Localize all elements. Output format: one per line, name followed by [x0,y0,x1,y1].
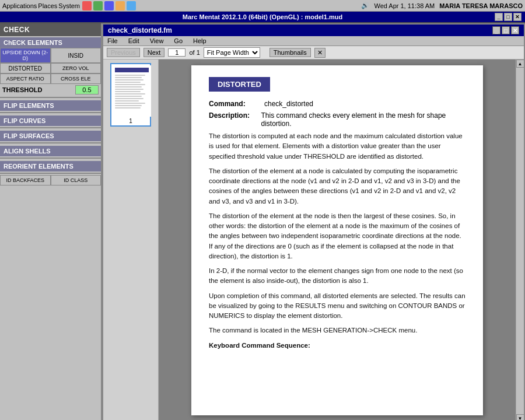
app-maximize-btn[interactable]: □ [504,13,512,21]
taskbar-system[interactable]: System [58,2,80,9]
sidebar-section-flip-surfaces: FLIP SURFACES [0,131,101,141]
taskbar-places[interactable]: Places [38,2,57,9]
pdf-keyboard-label: Keyboard Command Sequence: [209,341,466,351]
pdf-page-input[interactable] [168,48,186,57]
taskbar-time: Wed Apr 1, 11:38 AM [374,2,435,9]
pdf-para1: The distortion is computed at each node … [209,131,466,162]
thumb-number-1: 1 [113,118,149,124]
pdf-main-view: DISTORTED Command: check_distorted Descr… [159,60,516,420]
pdf-desc-value: This command checks every element in the… [261,111,466,128]
pdf-banner: DISTORTED [209,77,270,92]
thumbnail-page-1[interactable]: 1 [110,63,151,127]
pdf-restore-btn[interactable]: □ [502,26,510,34]
sidebar-section-check-elements: ChECK ELEMENTS [0,37,101,48]
pdf-thumbnails-btn[interactable]: Thumbnails [270,48,311,57]
btn-aspect-ratio[interactable]: ASPECT RATIO [0,74,51,84]
taskbar-icon-3[interactable] [104,1,114,10]
pdf-para4: In 2-D, if the normal vector to the elem… [209,266,466,286]
scroll-up-btn[interactable]: ▲ [516,60,524,68]
sidebar-section-align-shells: ALIGN SHELLS [0,146,101,156]
threshold-input[interactable] [75,85,99,94]
pdf-menu-view[interactable]: View [148,37,166,45]
pdf-fit-select[interactable]: Fit Page Width Fit Page 100% [204,47,260,58]
pdf-close-x[interactable]: ✕ [314,48,326,58]
taskbar-icon-firefox[interactable] [82,1,92,10]
taskbar-user: MARIA TERESA MARASCO [439,2,523,9]
pdf-thumbnails-panel: 1 [103,60,159,420]
pdf-desc-label: Description: [209,111,261,120]
taskbar-apps[interactable]: Applications [2,2,37,9]
btn-id-class[interactable]: ID CLASS [51,175,102,186]
pdf-para2: The distortion of the element at a node … [209,166,466,206]
btn-inside[interactable]: INSID [51,48,102,63]
sidebar-section-reorient: REORIENT ELEMENTS [0,161,101,172]
pdf-para3: The distortion of the element at the nod… [209,211,466,261]
app-close-btn[interactable]: ✕ [513,13,522,21]
btn-cross-ele[interactable]: CROSS ELE [51,74,102,84]
scroll-down-btn[interactable]: ▼ [516,414,524,420]
pdf-minimize-btn[interactable]: _ [492,26,501,34]
pdf-menu-go[interactable]: Go [172,37,184,45]
pdf-close-btn[interactable]: ✕ [511,26,519,34]
taskbar-icon-2[interactable] [93,1,103,10]
app-title: Marc Mentat 2012.1.0 (64bit) (OpenGL) : … [183,13,342,20]
pdf-menu-file[interactable]: File [106,37,120,45]
pdf-next-btn[interactable]: Next [144,48,165,57]
pdf-para5: Upon completion of this command, all dis… [209,291,466,321]
pdf-title: check_distorted.fm [108,26,172,34]
pdf-command-value: check_distorted [264,100,313,108]
sidebar-section-flip-elements: FLIP ELEMENTS [0,100,101,111]
btn-id-backfaces[interactable]: ID BACKFACES [0,175,51,186]
pdf-menu-help[interactable]: Help [191,37,208,45]
pdf-menubar: File Edit View Go Help [103,36,524,46]
threshold-label: THRESHOLD [2,86,73,93]
pdf-page: DISTORTED Command: check_distorted Descr… [191,65,483,415]
btn-zero-vol[interactable]: ZERO VOL [51,63,102,74]
app-minimize-btn[interactable]: _ [495,13,503,21]
pdf-menu-edit[interactable]: Edit [127,37,141,45]
pdf-prev-btn[interactable]: Previous [107,48,140,57]
sidebar-section-flip-curves: FLIP CURVES [0,116,101,126]
taskbar-audio-icon: 🔊 [361,2,369,9]
pdf-command-label: Command: [209,100,264,108]
pdf-scrollbar[interactable]: ▲ ▼ [516,60,524,420]
pdf-titlebar: check_distorted.fm _ □ ✕ [103,24,524,36]
taskbar-icon-5[interactable] [127,1,136,10]
taskbar-icon-4[interactable] [116,1,125,10]
pdf-page-of: of 1 [189,49,200,56]
btn-upside-down[interactable]: UPSIDE DOWN (2-D) [0,48,51,63]
sidebar-check-header: CHECK [0,23,101,36]
pdf-para6: The command is located in the MESH GENER… [209,326,466,335]
btn-distorted[interactable]: DISTORTED [0,63,51,74]
